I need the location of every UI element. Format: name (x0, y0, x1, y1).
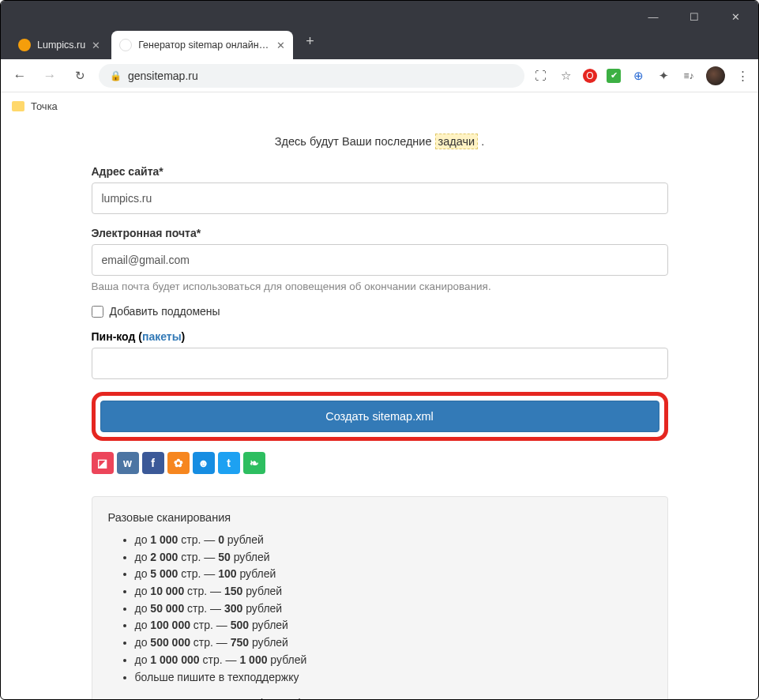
avatar[interactable] (706, 66, 725, 85)
pricing-item: до 50 000 стр. — 300 рублей (135, 600, 652, 618)
close-tab-icon[interactable]: ✕ (276, 40, 285, 51)
email-help-text: Ваша почта будет использоваться для опов… (92, 280, 668, 292)
page-content[interactable]: Здесь будут Ваши последние задачи . Адре… (1, 119, 758, 699)
pricing-panel: Разовые сканирования до 1 000 стр. — 0 р… (92, 496, 668, 699)
social-fb-button[interactable]: f (142, 452, 164, 474)
pricing-item: до 100 000 стр. — 500 рублей (135, 617, 652, 634)
address-bar[interactable]: 🔒 gensitemap.ru (99, 64, 524, 88)
pricing-item: до 5 000 стр. — 100 рублей (135, 566, 652, 583)
opera-ext-icon[interactable]: O (583, 69, 597, 83)
pin-input[interactable] (92, 348, 668, 379)
email-label: Электронная почта* (92, 227, 668, 239)
browser-toolbar: ← → ↻ 🔒 gensitemap.ru ⛶ ☆ O ✔ ⊕ ✦ ≡♪ ⋮ (1, 59, 758, 92)
email-field-group: Электронная почта* Ваша почта будет испо… (92, 227, 668, 292)
highlight-ring: Создать sitemap.xml (92, 392, 668, 441)
pricing-support-item: больше пишите в техподдержку (135, 669, 652, 687)
subdomains-checkbox-row: Добавить поддомены (92, 305, 668, 318)
favicon-lumpics (18, 39, 31, 51)
site-address-field: Адрес сайта* (92, 165, 668, 214)
bookmark-item[interactable]: Точка (31, 100, 58, 112)
maximize-button[interactable]: ☐ (676, 4, 712, 29)
pin-field-group: Пин-код (пакеты) (92, 330, 668, 379)
social-share-row: ◪wf✿☻t❧ (92, 452, 668, 474)
email-input[interactable] (92, 244, 668, 276)
folder-icon (12, 101, 24, 111)
toolbar-actions: ⛶ ☆ O ✔ ⊕ ✦ ≡♪ ⋮ (532, 66, 750, 85)
pricing-item: до 1 000 стр. — 0 рублей (135, 532, 652, 549)
packages-link[interactable]: пакеты (142, 330, 182, 343)
bookmarks-bar: Точка (1, 92, 758, 119)
present-icon[interactable]: ⛶ (532, 68, 548, 84)
favicon-gensitemap (119, 39, 132, 51)
social-mailru-button[interactable]: ☻ (193, 452, 215, 474)
site-address-label: Адрес сайта* (92, 165, 668, 178)
tab-gensitemap[interactable]: Генератор sitemap онлайн. Соз… ✕ (111, 31, 293, 59)
create-sitemap-button[interactable]: Создать sitemap.xml (100, 401, 659, 432)
recent-tasks-line: Здесь будут Ваши последние задачи . (92, 135, 668, 148)
multi-scan-line: Многократные сканирования (пакеты): (108, 697, 652, 699)
pricing-list: до 1 000 стр. — 0 рублейдо 2 000 стр. — … (108, 532, 652, 686)
extensions-icon[interactable]: ✦ (656, 68, 671, 84)
site-address-input[interactable] (92, 183, 668, 214)
star-icon[interactable]: ☆ (558, 68, 573, 84)
close-window-button[interactable]: ✕ (717, 4, 753, 29)
social-share-button[interactable]: ◪ (92, 452, 114, 474)
window-controls: — ☐ ✕ (635, 4, 753, 29)
check-ext-icon[interactable]: ✔ (607, 69, 621, 83)
tab-lumpics[interactable]: Lumpics.ru ✕ (10, 31, 108, 59)
close-tab-icon[interactable]: ✕ (92, 40, 100, 51)
pin-label: Пин-код (пакеты) (92, 330, 668, 343)
back-button[interactable]: ← (9, 68, 31, 84)
cast-icon[interactable]: ≡♪ (681, 68, 697, 84)
one-time-heading: Разовые сканирования (108, 511, 652, 524)
social-evernote-button[interactable]: ❧ (243, 452, 265, 474)
forward-button[interactable]: → (39, 68, 61, 84)
lock-icon: 🔒 (110, 70, 122, 81)
social-twitter-button[interactable]: t (218, 452, 240, 474)
social-ok-button[interactable]: ✿ (167, 452, 190, 474)
reload-button[interactable]: ↻ (69, 69, 91, 83)
packages-link-2[interactable]: пакеты (263, 697, 299, 699)
tab-title: Lumpics.ru (37, 40, 85, 51)
pricing-item: до 10 000 стр. — 150 рублей (135, 583, 652, 600)
menu-icon[interactable]: ⋮ (735, 68, 750, 84)
pricing-item: до 2 000 стр. — 50 рублей (135, 549, 652, 566)
url-text: gensitemap.ru (128, 70, 198, 82)
browser-titlebar: Lumpics.ru ✕ Генератор sitemap онлайн. С… (1, 1, 758, 59)
pricing-item: до 500 000 стр. — 750 рублей (135, 634, 652, 652)
subdomains-checkbox[interactable] (92, 306, 103, 318)
subdomains-label: Добавить поддомены (110, 305, 220, 318)
new-tab-button[interactable]: + (296, 28, 324, 55)
pricing-item: до 1 000 000 стр. — 1 000 рублей (135, 652, 652, 669)
tab-strip: Lumpics.ru ✕ Генератор sitemap онлайн. С… (1, 1, 324, 59)
globe-ext-icon[interactable]: ⊕ (630, 68, 646, 84)
tab-title: Генератор sitemap онлайн. Соз… (138, 40, 270, 51)
social-vk-button[interactable]: w (117, 452, 139, 474)
minimize-button[interactable]: — (635, 4, 671, 29)
